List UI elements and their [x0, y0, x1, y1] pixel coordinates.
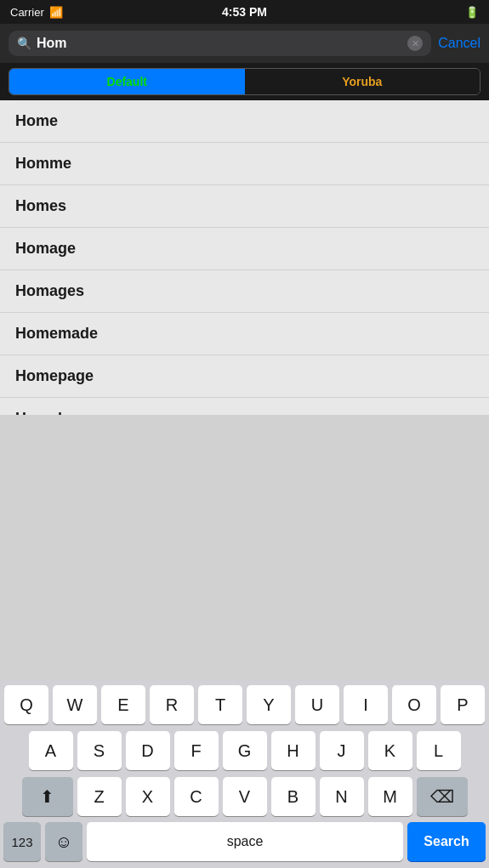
key-y[interactable]: Y [247, 685, 291, 724]
list-item[interactable]: Homes [0, 185, 489, 228]
status-bar-time: 4:53 PM [222, 5, 267, 19]
key-a[interactable]: A [29, 731, 73, 770]
key-s[interactable]: S [77, 731, 122, 770]
list-item[interactable]: Homemade [0, 313, 489, 355]
key-t[interactable]: T [198, 685, 242, 724]
status-bar-left: Carrier 📶 [10, 6, 63, 19]
space-key[interactable]: space [87, 822, 403, 861]
list-item[interactable]: Home [0, 100, 489, 143]
key-i[interactable]: I [344, 685, 388, 724]
key-e[interactable]: E [101, 685, 145, 724]
results-list: HomeHommeHomesHomageHomagesHomemadeHomep… [0, 100, 489, 415]
key-f[interactable]: F [174, 731, 219, 770]
backspace-key[interactable]: ⌫ [417, 777, 468, 816]
search-key[interactable]: Search [407, 822, 486, 861]
key-v[interactable]: V [223, 777, 267, 816]
segmented-control: Default Yoruba [0, 63, 489, 100]
clear-button[interactable]: ✕ [407, 36, 423, 51]
segment-yoruba[interactable]: Yoruba [245, 69, 480, 94]
number-key[interactable]: 123 [3, 822, 41, 861]
search-bar: 🔍 ✕ Cancel [0, 24, 489, 63]
shift-key[interactable]: ⬆ [22, 777, 73, 816]
key-o[interactable]: O [392, 685, 436, 724]
key-d[interactable]: D [126, 731, 170, 770]
list-item[interactable]: Homeless [0, 398, 489, 415]
keyboard-row-3: ⬆ Z X C V B N M ⌫ [0, 772, 489, 818]
key-l[interactable]: L [417, 731, 461, 770]
search-icon: 🔍 [17, 37, 31, 50]
key-b[interactable]: B [271, 777, 316, 816]
key-p[interactable]: P [441, 685, 485, 724]
key-r[interactable]: R [150, 685, 194, 724]
key-n[interactable]: N [320, 777, 364, 816]
wifi-icon: 📶 [49, 6, 63, 19]
key-x[interactable]: X [126, 777, 170, 816]
carrier-label: Carrier [10, 6, 44, 19]
key-c[interactable]: C [174, 777, 219, 816]
battery-icon: 🔋 [465, 6, 479, 19]
key-u[interactable]: U [295, 685, 339, 724]
key-m[interactable]: M [368, 777, 412, 816]
key-g[interactable]: G [223, 731, 267, 770]
key-q[interactable]: Q [4, 685, 48, 724]
list-item[interactable]: Homme [0, 143, 489, 185]
status-bar: Carrier 📶 4:53 PM 🔋 [0, 0, 489, 24]
segmented-inner: Default Yoruba [9, 68, 480, 95]
search-input-container[interactable]: 🔍 ✕ [9, 31, 431, 56]
keyboard-bottom-row: 123 ☺ space Search [0, 818, 489, 868]
keyboard: Q W E R T Y U I O P A S D F G H J K L ⬆ … [0, 680, 489, 868]
segment-default[interactable]: Default [9, 69, 245, 94]
status-bar-right: 🔋 [465, 6, 479, 19]
key-j[interactable]: J [320, 731, 364, 770]
cancel-button[interactable]: Cancel [438, 36, 480, 51]
list-item[interactable]: Homepage [0, 355, 489, 398]
keyboard-row-2: A S D F G H J K L [0, 726, 489, 772]
key-z[interactable]: Z [77, 777, 122, 816]
list-item[interactable]: Homage [0, 228, 489, 270]
emoji-key[interactable]: ☺ [45, 822, 82, 861]
key-k[interactable]: K [368, 731, 412, 770]
keyboard-row-1: Q W E R T Y U I O P [0, 680, 489, 726]
key-w[interactable]: W [53, 685, 97, 724]
search-input[interactable] [37, 36, 402, 51]
list-item[interactable]: Homages [0, 270, 489, 313]
key-h[interactable]: H [271, 731, 316, 770]
